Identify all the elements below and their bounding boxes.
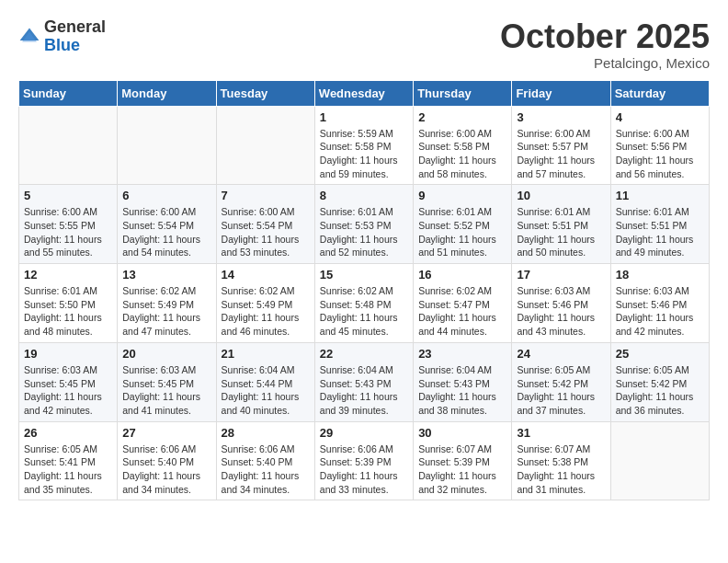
day-info: Sunrise: 6:01 AM Sunset: 5:52 PM Dayligh… xyxy=(418,205,506,259)
table-row: 18Sunrise: 6:03 AM Sunset: 5:46 PM Dayli… xyxy=(610,264,709,343)
title-block: October 2025 Petalcingo, Mexico xyxy=(500,18,710,71)
table-row: 20Sunrise: 6:03 AM Sunset: 5:45 PM Dayli… xyxy=(118,342,216,421)
day-number: 4 xyxy=(616,110,704,124)
table-row: 4Sunrise: 6:00 AM Sunset: 5:56 PM Daylig… xyxy=(610,106,709,185)
weekday-header-row: Sunday Monday Tuesday Wednesday Thursday… xyxy=(19,80,710,106)
day-info: Sunrise: 6:00 AM Sunset: 5:57 PM Dayligh… xyxy=(517,127,605,181)
day-number: 17 xyxy=(517,268,605,282)
table-row: 7Sunrise: 6:00 AM Sunset: 5:54 PM Daylig… xyxy=(216,185,314,264)
calendar-table: Sunday Monday Tuesday Wednesday Thursday… xyxy=(18,80,710,501)
day-info: Sunrise: 6:01 AM Sunset: 5:51 PM Dayligh… xyxy=(517,205,605,259)
day-info: Sunrise: 6:02 AM Sunset: 5:48 PM Dayligh… xyxy=(320,284,408,339)
table-row xyxy=(216,106,314,185)
day-number: 31 xyxy=(517,426,605,440)
table-row: 1Sunrise: 5:59 AM Sunset: 5:58 PM Daylig… xyxy=(314,106,413,185)
day-info: Sunrise: 6:07 AM Sunset: 5:38 PM Dayligh… xyxy=(517,442,605,497)
table-row xyxy=(19,106,118,185)
day-info: Sunrise: 6:00 AM Sunset: 5:55 PM Dayligh… xyxy=(24,205,112,259)
header-saturday: Saturday xyxy=(610,80,709,106)
header-wednesday: Wednesday xyxy=(314,80,413,106)
calendar-week-5: 26Sunrise: 6:05 AM Sunset: 5:41 PM Dayli… xyxy=(19,421,710,500)
table-row: 2Sunrise: 6:00 AM Sunset: 5:58 PM Daylig… xyxy=(414,106,512,185)
table-row: 22Sunrise: 6:04 AM Sunset: 5:43 PM Dayli… xyxy=(314,342,413,421)
table-row: 12Sunrise: 6:01 AM Sunset: 5:50 PM Dayli… xyxy=(19,264,118,343)
day-number: 3 xyxy=(517,110,605,124)
day-number: 6 xyxy=(122,189,210,202)
day-info: Sunrise: 6:04 AM Sunset: 5:44 PM Dayligh… xyxy=(222,363,310,418)
logo-general: General xyxy=(44,17,106,36)
header-sunday: Sunday xyxy=(19,80,118,106)
day-info: Sunrise: 6:01 AM Sunset: 5:50 PM Dayligh… xyxy=(24,284,112,339)
logo-text: General Blue xyxy=(44,18,106,55)
day-info: Sunrise: 6:04 AM Sunset: 5:43 PM Dayligh… xyxy=(320,363,408,418)
day-number: 18 xyxy=(616,268,704,282)
table-row: 16Sunrise: 6:02 AM Sunset: 5:47 PM Dayli… xyxy=(414,264,512,343)
day-number: 5 xyxy=(24,189,112,202)
table-row: 21Sunrise: 6:04 AM Sunset: 5:44 PM Dayli… xyxy=(216,342,314,421)
day-info: Sunrise: 6:05 AM Sunset: 5:42 PM Dayligh… xyxy=(616,363,704,418)
table-row: 3Sunrise: 6:00 AM Sunset: 5:57 PM Daylig… xyxy=(512,106,610,185)
day-info: Sunrise: 6:03 AM Sunset: 5:45 PM Dayligh… xyxy=(122,363,210,418)
day-number: 19 xyxy=(24,347,112,361)
day-number: 1 xyxy=(320,110,408,124)
day-info: Sunrise: 6:05 AM Sunset: 5:42 PM Dayligh… xyxy=(517,363,605,418)
header-monday: Monday xyxy=(118,80,216,106)
day-info: Sunrise: 6:02 AM Sunset: 5:47 PM Dayligh… xyxy=(418,284,506,339)
day-info: Sunrise: 6:03 AM Sunset: 5:46 PM Dayligh… xyxy=(517,284,605,339)
table-row xyxy=(610,421,709,500)
location: Petalcingo, Mexico xyxy=(500,55,710,71)
day-number: 12 xyxy=(24,268,112,282)
day-number: 20 xyxy=(122,347,210,361)
day-info: Sunrise: 6:06 AM Sunset: 5:40 PM Dayligh… xyxy=(222,442,310,497)
day-number: 11 xyxy=(616,189,704,202)
day-info: Sunrise: 6:04 AM Sunset: 5:43 PM Dayligh… xyxy=(418,363,506,418)
day-number: 23 xyxy=(418,347,506,361)
calendar-week-1: 1Sunrise: 5:59 AM Sunset: 5:58 PM Daylig… xyxy=(19,106,710,185)
table-row: 23Sunrise: 6:04 AM Sunset: 5:43 PM Dayli… xyxy=(414,342,512,421)
calendar-week-3: 12Sunrise: 6:01 AM Sunset: 5:50 PM Dayli… xyxy=(19,264,710,343)
day-number: 14 xyxy=(222,268,310,282)
calendar-week-2: 5Sunrise: 6:00 AM Sunset: 5:55 PM Daylig… xyxy=(19,185,710,264)
table-row: 17Sunrise: 6:03 AM Sunset: 5:46 PM Dayli… xyxy=(512,264,610,343)
day-number: 16 xyxy=(418,268,506,282)
table-row: 14Sunrise: 6:02 AM Sunset: 5:49 PM Dayli… xyxy=(216,264,314,343)
header-friday: Friday xyxy=(512,80,610,106)
table-row: 26Sunrise: 6:05 AM Sunset: 5:41 PM Dayli… xyxy=(19,421,118,500)
table-row: 13Sunrise: 6:02 AM Sunset: 5:49 PM Dayli… xyxy=(118,264,216,343)
logo-icon xyxy=(18,26,40,48)
table-row: 24Sunrise: 6:05 AM Sunset: 5:42 PM Dayli… xyxy=(512,342,610,421)
day-info: Sunrise: 6:03 AM Sunset: 5:46 PM Dayligh… xyxy=(616,284,704,339)
day-info: Sunrise: 6:00 AM Sunset: 5:54 PM Dayligh… xyxy=(122,205,210,259)
day-info: Sunrise: 5:59 AM Sunset: 5:58 PM Dayligh… xyxy=(320,127,408,181)
day-info: Sunrise: 6:06 AM Sunset: 5:40 PM Dayligh… xyxy=(122,442,210,497)
day-number: 9 xyxy=(418,189,506,202)
page-header: General Blue October 2025 Petalcingo, Me… xyxy=(18,18,710,71)
table-row: 19Sunrise: 6:03 AM Sunset: 5:45 PM Dayli… xyxy=(19,342,118,421)
calendar-week-4: 19Sunrise: 6:03 AM Sunset: 5:45 PM Dayli… xyxy=(19,342,710,421)
day-number: 8 xyxy=(320,189,408,202)
day-info: Sunrise: 6:00 AM Sunset: 5:56 PM Dayligh… xyxy=(616,127,704,181)
day-number: 10 xyxy=(517,189,605,202)
day-number: 21 xyxy=(222,347,310,361)
day-number: 13 xyxy=(122,268,210,282)
table-row: 10Sunrise: 6:01 AM Sunset: 5:51 PM Dayli… xyxy=(512,185,610,264)
day-number: 30 xyxy=(418,426,506,440)
day-info: Sunrise: 6:01 AM Sunset: 5:51 PM Dayligh… xyxy=(616,205,704,259)
day-info: Sunrise: 6:00 AM Sunset: 5:58 PM Dayligh… xyxy=(418,127,506,181)
header-thursday: Thursday xyxy=(414,80,512,106)
table-row: 31Sunrise: 6:07 AM Sunset: 5:38 PM Dayli… xyxy=(512,421,610,500)
day-info: Sunrise: 6:02 AM Sunset: 5:49 PM Dayligh… xyxy=(222,284,310,339)
day-number: 2 xyxy=(418,110,506,124)
table-row: 11Sunrise: 6:01 AM Sunset: 5:51 PM Dayli… xyxy=(610,185,709,264)
table-row: 6Sunrise: 6:00 AM Sunset: 5:54 PM Daylig… xyxy=(118,185,216,264)
day-number: 28 xyxy=(222,426,310,440)
table-row: 5Sunrise: 6:00 AM Sunset: 5:55 PM Daylig… xyxy=(19,185,118,264)
day-info: Sunrise: 6:05 AM Sunset: 5:41 PM Dayligh… xyxy=(24,442,112,497)
month-title: October 2025 xyxy=(500,18,710,55)
logo-blue: Blue xyxy=(44,36,80,54)
day-info: Sunrise: 6:06 AM Sunset: 5:39 PM Dayligh… xyxy=(320,442,408,497)
table-row: 28Sunrise: 6:06 AM Sunset: 5:40 PM Dayli… xyxy=(216,421,314,500)
table-row: 15Sunrise: 6:02 AM Sunset: 5:48 PM Dayli… xyxy=(314,264,413,343)
day-number: 7 xyxy=(222,189,310,202)
day-number: 29 xyxy=(320,426,408,440)
